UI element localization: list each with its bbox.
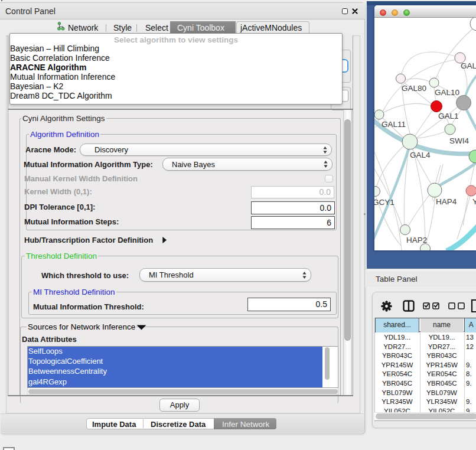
svg-text:GAL11: GAL11: [382, 120, 406, 129]
svg-text:Y: Y: [472, 197, 476, 206]
svg-text:GAL80: GAL80: [402, 84, 426, 93]
svg-text:HAP4: HAP4: [436, 197, 457, 206]
svg-text:GAL10: GAL10: [435, 88, 459, 97]
svg-text:HAP2: HAP2: [406, 236, 427, 244]
svg-text:SWI4: SWI4: [449, 136, 469, 145]
svg-text:GAL4: GAL4: [410, 151, 431, 159]
svg-text:GCY1: GCY1: [374, 198, 395, 207]
svg-text:GAL1: GAL1: [438, 112, 459, 120]
svg-text:GAL7: GAL7: [461, 61, 476, 70]
